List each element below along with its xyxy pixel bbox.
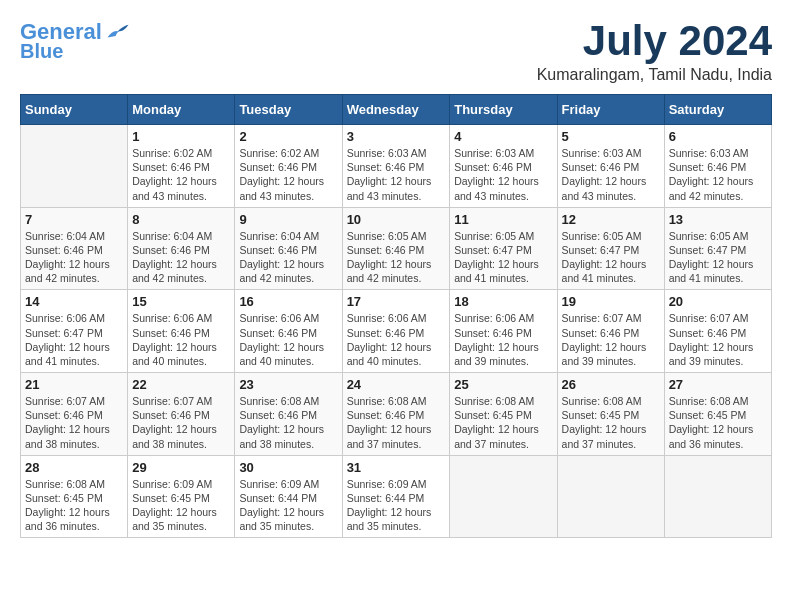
day-info: Sunrise: 6:04 AMSunset: 6:46 PMDaylight:…: [132, 229, 230, 286]
header-friday: Friday: [557, 95, 664, 125]
day-number: 7: [25, 212, 123, 227]
day-info: Sunrise: 6:05 AMSunset: 6:47 PMDaylight:…: [669, 229, 767, 286]
day-info: Sunrise: 6:03 AMSunset: 6:46 PMDaylight:…: [669, 146, 767, 203]
week-row-2: 7Sunrise: 6:04 AMSunset: 6:46 PMDaylight…: [21, 207, 772, 290]
week-row-1: 1Sunrise: 6:02 AMSunset: 6:46 PMDaylight…: [21, 125, 772, 208]
day-number: 8: [132, 212, 230, 227]
calendar-cell: 7Sunrise: 6:04 AMSunset: 6:46 PMDaylight…: [21, 207, 128, 290]
day-number: 18: [454, 294, 552, 309]
day-info: Sunrise: 6:02 AMSunset: 6:46 PMDaylight:…: [132, 146, 230, 203]
calendar-cell: 12Sunrise: 6:05 AMSunset: 6:47 PMDayligh…: [557, 207, 664, 290]
day-info: Sunrise: 6:09 AMSunset: 6:44 PMDaylight:…: [239, 477, 337, 534]
week-row-4: 21Sunrise: 6:07 AMSunset: 6:46 PMDayligh…: [21, 373, 772, 456]
calendar-cell: 26Sunrise: 6:08 AMSunset: 6:45 PMDayligh…: [557, 373, 664, 456]
day-number: 13: [669, 212, 767, 227]
calendar-cell: 9Sunrise: 6:04 AMSunset: 6:46 PMDaylight…: [235, 207, 342, 290]
day-info: Sunrise: 6:07 AMSunset: 6:46 PMDaylight:…: [132, 394, 230, 451]
header-wednesday: Wednesday: [342, 95, 450, 125]
day-number: 19: [562, 294, 660, 309]
day-number: 29: [132, 460, 230, 475]
day-info: Sunrise: 6:03 AMSunset: 6:46 PMDaylight:…: [347, 146, 446, 203]
day-number: 12: [562, 212, 660, 227]
day-number: 11: [454, 212, 552, 227]
calendar-table: SundayMondayTuesdayWednesdayThursdayFrid…: [20, 94, 772, 538]
day-number: 22: [132, 377, 230, 392]
day-number: 24: [347, 377, 446, 392]
calendar-cell: 29Sunrise: 6:09 AMSunset: 6:45 PMDayligh…: [128, 455, 235, 538]
calendar-cell: 30Sunrise: 6:09 AMSunset: 6:44 PMDayligh…: [235, 455, 342, 538]
day-info: Sunrise: 6:02 AMSunset: 6:46 PMDaylight:…: [239, 146, 337, 203]
calendar-cell: [450, 455, 557, 538]
day-info: Sunrise: 6:04 AMSunset: 6:46 PMDaylight:…: [239, 229, 337, 286]
calendar-cell: [557, 455, 664, 538]
calendar-cell: 20Sunrise: 6:07 AMSunset: 6:46 PMDayligh…: [664, 290, 771, 373]
day-info: Sunrise: 6:07 AMSunset: 6:46 PMDaylight:…: [669, 311, 767, 368]
calendar-cell: 21Sunrise: 6:07 AMSunset: 6:46 PMDayligh…: [21, 373, 128, 456]
calendar-cell: 6Sunrise: 6:03 AMSunset: 6:46 PMDaylight…: [664, 125, 771, 208]
day-info: Sunrise: 6:09 AMSunset: 6:45 PMDaylight:…: [132, 477, 230, 534]
day-number: 6: [669, 129, 767, 144]
calendar-cell: 27Sunrise: 6:08 AMSunset: 6:45 PMDayligh…: [664, 373, 771, 456]
day-info: Sunrise: 6:08 AMSunset: 6:45 PMDaylight:…: [669, 394, 767, 451]
day-number: 1: [132, 129, 230, 144]
header-saturday: Saturday: [664, 95, 771, 125]
header-thursday: Thursday: [450, 95, 557, 125]
calendar-cell: 28Sunrise: 6:08 AMSunset: 6:45 PMDayligh…: [21, 455, 128, 538]
day-info: Sunrise: 6:08 AMSunset: 6:46 PMDaylight:…: [347, 394, 446, 451]
header-monday: Monday: [128, 95, 235, 125]
day-info: Sunrise: 6:05 AMSunset: 6:47 PMDaylight:…: [454, 229, 552, 286]
calendar-cell: 11Sunrise: 6:05 AMSunset: 6:47 PMDayligh…: [450, 207, 557, 290]
day-number: 16: [239, 294, 337, 309]
day-info: Sunrise: 6:08 AMSunset: 6:46 PMDaylight:…: [239, 394, 337, 451]
day-number: 3: [347, 129, 446, 144]
day-number: 15: [132, 294, 230, 309]
day-number: 5: [562, 129, 660, 144]
day-info: Sunrise: 6:03 AMSunset: 6:46 PMDaylight:…: [562, 146, 660, 203]
day-info: Sunrise: 6:04 AMSunset: 6:46 PMDaylight:…: [25, 229, 123, 286]
logo-blue: Blue: [20, 40, 63, 62]
calendar-cell: 16Sunrise: 6:06 AMSunset: 6:46 PMDayligh…: [235, 290, 342, 373]
calendar-cell: 10Sunrise: 6:05 AMSunset: 6:46 PMDayligh…: [342, 207, 450, 290]
day-info: Sunrise: 6:07 AMSunset: 6:46 PMDaylight:…: [562, 311, 660, 368]
day-info: Sunrise: 6:06 AMSunset: 6:46 PMDaylight:…: [454, 311, 552, 368]
day-info: Sunrise: 6:07 AMSunset: 6:46 PMDaylight:…: [25, 394, 123, 451]
header-sunday: Sunday: [21, 95, 128, 125]
day-number: 28: [25, 460, 123, 475]
day-number: 23: [239, 377, 337, 392]
header-row: SundayMondayTuesdayWednesdayThursdayFrid…: [21, 95, 772, 125]
day-info: Sunrise: 6:06 AMSunset: 6:46 PMDaylight:…: [347, 311, 446, 368]
calendar-cell: 15Sunrise: 6:06 AMSunset: 6:46 PMDayligh…: [128, 290, 235, 373]
day-number: 17: [347, 294, 446, 309]
day-number: 25: [454, 377, 552, 392]
day-info: Sunrise: 6:03 AMSunset: 6:46 PMDaylight:…: [454, 146, 552, 203]
calendar-cell: 18Sunrise: 6:06 AMSunset: 6:46 PMDayligh…: [450, 290, 557, 373]
day-info: Sunrise: 6:06 AMSunset: 6:46 PMDaylight:…: [239, 311, 337, 368]
logo: General Blue: [20, 20, 130, 62]
calendar-cell: 23Sunrise: 6:08 AMSunset: 6:46 PMDayligh…: [235, 373, 342, 456]
calendar-cell: 25Sunrise: 6:08 AMSunset: 6:45 PMDayligh…: [450, 373, 557, 456]
calendar-cell: 13Sunrise: 6:05 AMSunset: 6:47 PMDayligh…: [664, 207, 771, 290]
logo-bird-icon: [106, 23, 130, 41]
day-number: 4: [454, 129, 552, 144]
week-row-3: 14Sunrise: 6:06 AMSunset: 6:47 PMDayligh…: [21, 290, 772, 373]
day-info: Sunrise: 6:08 AMSunset: 6:45 PMDaylight:…: [25, 477, 123, 534]
calendar-cell: 14Sunrise: 6:06 AMSunset: 6:47 PMDayligh…: [21, 290, 128, 373]
day-info: Sunrise: 6:06 AMSunset: 6:46 PMDaylight:…: [132, 311, 230, 368]
calendar-cell: [664, 455, 771, 538]
calendar-cell: 2Sunrise: 6:02 AMSunset: 6:46 PMDaylight…: [235, 125, 342, 208]
header-tuesday: Tuesday: [235, 95, 342, 125]
calendar-cell: 5Sunrise: 6:03 AMSunset: 6:46 PMDaylight…: [557, 125, 664, 208]
day-info: Sunrise: 6:05 AMSunset: 6:47 PMDaylight:…: [562, 229, 660, 286]
day-number: 31: [347, 460, 446, 475]
day-number: 26: [562, 377, 660, 392]
location: Kumaralingam, Tamil Nadu, India: [537, 66, 772, 84]
calendar-cell: 24Sunrise: 6:08 AMSunset: 6:46 PMDayligh…: [342, 373, 450, 456]
month-title: July 2024: [537, 20, 772, 62]
day-number: 30: [239, 460, 337, 475]
day-number: 27: [669, 377, 767, 392]
calendar-cell: 19Sunrise: 6:07 AMSunset: 6:46 PMDayligh…: [557, 290, 664, 373]
day-info: Sunrise: 6:08 AMSunset: 6:45 PMDaylight:…: [562, 394, 660, 451]
day-info: Sunrise: 6:06 AMSunset: 6:47 PMDaylight:…: [25, 311, 123, 368]
day-number: 20: [669, 294, 767, 309]
calendar-cell: 1Sunrise: 6:02 AMSunset: 6:46 PMDaylight…: [128, 125, 235, 208]
